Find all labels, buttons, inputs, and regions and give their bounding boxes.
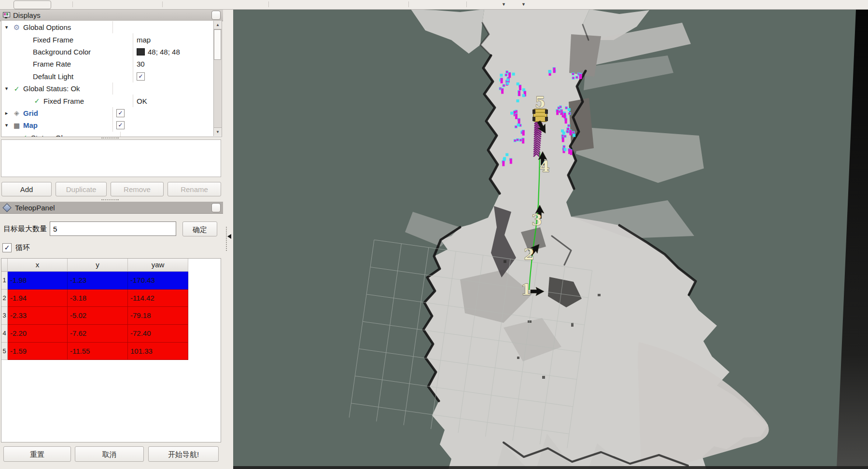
display-tree-row[interactable]: Fixed Framemap	[1, 33, 214, 45]
tree-item-label: Global Options	[23, 23, 71, 31]
loop-checkbox[interactable]: ✓	[2, 243, 12, 252]
map-icon: ▦	[13, 122, 21, 129]
tree-item-value[interactable]: 30	[137, 60, 145, 68]
viewport-bottom-edge	[233, 466, 868, 469]
confirm-button[interactable]: 确定	[182, 221, 217, 236]
expand-arrow-icon[interactable]: ▸	[3, 110, 10, 116]
tree-item-label: Status: Ok	[31, 134, 65, 137]
column-header-y[interactable]: y	[68, 259, 128, 272]
collapse-arrow-icon[interactable]: ▾	[3, 122, 10, 128]
panel-float-button[interactable]	[211, 203, 221, 212]
cell-x[interactable]: -2.20	[8, 325, 68, 343]
chevron-down-icon[interactable]: ▼	[502, 1, 506, 8]
panel-float-button[interactable]	[211, 11, 221, 20]
check-icon: ✓	[33, 97, 41, 105]
toolbar-separator	[466, 1, 467, 7]
panel-map-splitter[interactable]	[223, 9, 233, 469]
tree-item-label: Fixed Frame	[43, 97, 84, 105]
row-number[interactable]: 2	[1, 290, 8, 307]
map-viewport[interactable]: 12345	[233, 9, 868, 469]
cell-yaw[interactable]: -170.43	[128, 272, 188, 290]
add-button[interactable]: Add	[1, 182, 52, 196]
reset-button[interactable]: 重置	[3, 446, 71, 462]
table-row[interactable]: 4-2.20-7.62-72.40	[1, 325, 221, 343]
tree-item-value[interactable]: OK	[137, 97, 147, 105]
cell-yaw[interactable]: -72.40	[128, 325, 188, 343]
remove-button[interactable]: Remove	[111, 182, 164, 196]
table-corner-cell	[1, 259, 8, 272]
chevron-down-icon[interactable]: ▼	[521, 1, 526, 8]
cell-y[interactable]: -1.23	[68, 272, 128, 290]
checkbox[interactable]: ✓	[116, 121, 125, 129]
cancel-button[interactable]: 取消	[75, 446, 144, 462]
row-number[interactable]: 4	[1, 325, 8, 343]
row-number[interactable]: 1	[1, 272, 8, 290]
display-tree-row[interactable]: ▾▦Map✓	[1, 119, 214, 131]
duplicate-button[interactable]: Duplicate	[56, 182, 107, 196]
row-number[interactable]: 5	[1, 343, 8, 360]
rename-button[interactable]: Rename	[168, 182, 221, 196]
cell-x[interactable]: -1.59	[8, 343, 68, 360]
cell-yaw[interactable]: -114.42	[128, 290, 188, 307]
display-tree-row[interactable]: ▾⚙Global Options	[1, 21, 214, 33]
display-tree-row[interactable]: Background Color48; 48; 48	[1, 46, 214, 58]
scroll-up-icon[interactable]: ▲	[214, 21, 222, 29]
cell-y[interactable]: -3.18	[68, 290, 128, 307]
table-row[interactable]: 5-1.59-11.55101.33	[1, 343, 221, 360]
table-row[interactable]: 1-1.98-1.23-170.43	[1, 272, 221, 290]
empty-panel-area	[1, 139, 221, 177]
checkbox[interactable]: ✓	[116, 109, 125, 117]
cell-yaw[interactable]: -79.18	[128, 307, 188, 325]
cell-x[interactable]: -1.94	[8, 290, 68, 307]
checkbox[interactable]: ✓	[137, 72, 145, 81]
waypoint-table[interactable]: x y yaw 1-1.98-1.23-170.432-1.94-3.18-11…	[1, 258, 221, 442]
tree-scrollbar[interactable]: ▲ ▼	[213, 21, 222, 136]
loop-option-row: ✓ 循环	[2, 243, 30, 252]
column-header-x[interactable]: x	[8, 259, 68, 272]
cell-x[interactable]: -1.98	[8, 272, 68, 290]
toolbar-separator	[162, 1, 163, 7]
left-panel: Displays ▾⚙Global OptionsFixed FramemapB…	[0, 9, 223, 469]
table-row[interactable]: 2-1.94-3.18-114.42	[1, 290, 221, 307]
top-toolbar: ▼ ▼	[0, 0, 868, 10]
table-row[interactable]: 3-2.33-5.02-79.18	[1, 307, 221, 325]
cell-y[interactable]: -5.02	[68, 307, 128, 325]
toolbar-tab[interactable]	[14, 0, 51, 9]
expand-arrow-icon[interactable]: ▸	[11, 135, 17, 137]
horizontal-splitter[interactable]	[101, 199, 119, 200]
tree-item-value[interactable]: 48; 48; 48	[148, 48, 180, 56]
displays-panel-titlebar[interactable]: Displays	[0, 9, 223, 21]
horizontal-splitter[interactable]	[101, 138, 119, 138]
display-tree-row[interactable]: ▸◈Grid✓	[1, 107, 214, 119]
display-tree-row[interactable]: ▾✓Global Status: Ok	[1, 83, 214, 95]
display-tree-row[interactable]: Default Light✓	[1, 70, 214, 83]
start-navigation-button[interactable]: 开始导航!	[148, 446, 219, 462]
display-tree-row[interactable]: ▸✓Status: Ok	[1, 132, 214, 137]
goal-count-input[interactable]	[50, 221, 176, 236]
toolbar-separator	[268, 1, 269, 7]
rviz-3d-view[interactable]: 12345	[233, 9, 868, 469]
display-tree-row[interactable]: Frame Rate30	[1, 58, 214, 70]
scroll-down-icon[interactable]: ▼	[214, 127, 222, 136]
gear-icon: ⚙	[13, 23, 21, 32]
waypoint-label: 4	[539, 158, 550, 175]
cell-x[interactable]: -2.33	[8, 307, 68, 325]
row-number[interactable]: 3	[1, 307, 8, 325]
teleop-panel-titlebar[interactable]: TeleopPanel	[0, 202, 223, 214]
column-header-yaw[interactable]: yaw	[128, 259, 188, 272]
collapse-arrow-icon[interactable]: ▾	[3, 85, 10, 92]
tree-item-value[interactable]: map	[137, 36, 151, 44]
color-swatch[interactable]	[137, 48, 145, 55]
goal-count-label: 目标最大数量	[3, 224, 47, 234]
collapse-arrow-icon[interactable]: ▾	[3, 24, 10, 30]
displays-tree[interactable]: ▾⚙Global OptionsFixed FramemapBackground…	[1, 21, 222, 137]
tree-item-label: Grid	[23, 109, 38, 117]
tree-item-label: Global Status: Ok	[23, 84, 80, 93]
cell-yaw[interactable]: 101.33	[128, 343, 188, 360]
display-tree-row[interactable]: ✓Fixed FrameOK	[1, 95, 214, 107]
collapse-panel-icon[interactable]	[227, 234, 231, 239]
cell-y[interactable]: -11.55	[68, 343, 128, 360]
cell-y[interactable]: -7.62	[68, 325, 128, 343]
tree-item-label: Background Color	[33, 48, 91, 56]
scrollbar-thumb[interactable]	[214, 29, 221, 60]
